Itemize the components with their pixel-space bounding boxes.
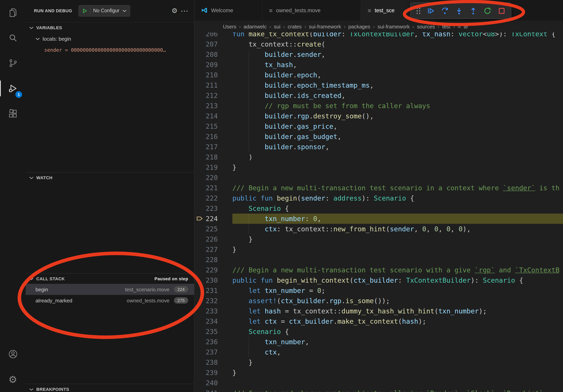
watch-section-label: WATCH: [36, 175, 52, 180]
settings-gear-icon[interactable]: ⚙: [0, 367, 26, 392]
code-line-237[interactable]: 237 ctx,: [194, 347, 563, 357]
debug-config-dropdown[interactable]: No Configur: [78, 5, 130, 16]
breadcrumb-item[interactable]: test: [442, 24, 450, 29]
breadcrumb-item[interactable]: sui-framework: [378, 24, 410, 29]
code-line-230[interactable]: 230public fun begin_with_context(ctx_bui…: [194, 275, 563, 285]
code-line-240[interactable]: 240: [194, 378, 563, 388]
line-number: 223: [194, 203, 232, 214]
code-line-214[interactable]: 214 builder.rgp.destroy_some(),: [194, 111, 563, 121]
code-line-218[interactable]: 218 ): [194, 152, 563, 162]
indent-guide: [249, 347, 249, 357]
extensions-icon[interactable]: [0, 101, 26, 126]
code-line-213[interactable]: 213 // rgp must be set from the caller a…: [194, 101, 563, 111]
code-line-229[interactable]: 229/// Begin a new multi-transaction tes…: [194, 265, 563, 275]
callstack-frame[interactable]: begintest_scenario.move224: [26, 284, 194, 295]
variables-scope-row[interactable]: locals: begin: [26, 33, 194, 45]
line-number-badge: 275: [174, 297, 188, 304]
debug-config-label[interactable]: No Configur: [93, 8, 119, 13]
continue-icon[interactable]: [424, 4, 437, 17]
code-line-219[interactable]: 219}: [194, 162, 563, 172]
step-into-icon[interactable]: [452, 4, 466, 17]
line-number: 221: [194, 183, 232, 193]
tab-welcome[interactable]: Welcome: [194, 0, 262, 21]
code-text: /// Begin a new multi-transaction test s…: [232, 265, 563, 275]
code-line-232[interactable]: 232 assert!(ctx_builder.rgp.is_some());: [194, 296, 563, 306]
breadcrumb-item[interactable]: sui-framework: [309, 24, 341, 29]
breakpoints-section-header[interactable]: BREAKPOINTS: [26, 384, 194, 392]
code-line-215[interactable]: 215 builder.gas_price,: [194, 121, 563, 131]
line-number: 210: [194, 70, 232, 80]
gear-icon[interactable]: ⚙: [172, 7, 178, 15]
tab-owned-tests-move[interactable]: ≡owned_tests.move: [262, 0, 361, 21]
code-text: let txn_number = 0;: [232, 285, 563, 296]
indent-guide: [249, 111, 249, 121]
chevron-down-icon: [29, 26, 34, 29]
code-line-228[interactable]: 228: [194, 255, 563, 265]
source-control-icon[interactable]: [0, 51, 26, 76]
code-line-241[interactable]: 241/// Creates and shares system objects…: [194, 388, 563, 392]
callstack-frame[interactable]: already_markedowned_tests.move275: [26, 295, 194, 306]
code-line-222[interactable]: 222public fun begin(sender: address): Sc…: [194, 193, 563, 203]
code-line-211[interactable]: 211 builder.epoch_timestamp_ms,: [194, 80, 563, 91]
code-line-210[interactable]: 210 builder.epoch,: [194, 70, 563, 80]
chevron-down-icon: [36, 37, 40, 40]
code-line-220[interactable]: 220: [194, 172, 563, 183]
frame-file: test_scenario.move: [125, 287, 169, 292]
restart-icon[interactable]: [481, 4, 494, 17]
code-line-224[interactable]: 224 txn_number: 0,: [194, 214, 563, 224]
code-line-225[interactable]: 225 ctx: tx_context::new_from_hint(sende…: [194, 224, 563, 234]
breakpoints-section: BREAKPOINTS: [26, 384, 194, 392]
breadcrumb-item[interactable]: te: [464, 24, 468, 29]
breadcrumb-item[interactable]: packages: [348, 24, 370, 29]
code-line-234[interactable]: 234 let ctx = ctx_builder.make_tx_contex…: [194, 316, 563, 327]
code-text: assert!(ctx_builder.rgp.is_some());: [232, 296, 563, 306]
code-line-233[interactable]: 233 let hash = tx_context::dummy_tx_hash…: [194, 306, 563, 316]
run-and-debug-icon[interactable]: 1: [0, 76, 26, 101]
code-area[interactable]: 206fun make_tx_context(builder: TxContex…: [194, 32, 563, 392]
code-line-221[interactable]: 221/// Begin a new multi-transaction tes…: [194, 183, 563, 193]
code-line-236[interactable]: 236 txn_number,: [194, 337, 563, 347]
search-icon[interactable]: [0, 25, 26, 51]
breadcrumb-item[interactable]: crates: [288, 24, 302, 29]
breadcrumb-item[interactable]: adamwelc: [244, 24, 267, 29]
code-line-212[interactable]: 212 builder.ids_created,: [194, 91, 563, 101]
variable-row[interactable]: sender = 0000000000000000000000000000000…: [26, 45, 194, 56]
call-stack-section-label: CALL STACK: [36, 276, 65, 281]
tab-label: test_sce: [375, 7, 395, 13]
code-line-223[interactable]: 223 Scenario {: [194, 203, 563, 214]
code-line-206[interactable]: 206fun make_tx_context(builder: TxContex…: [194, 32, 563, 39]
line-number: 208: [194, 49, 232, 60]
line-number: 218: [194, 152, 232, 162]
more-actions-icon[interactable]: ⋯: [181, 6, 189, 15]
tab-label: owned_tests.move: [276, 7, 320, 13]
code-line-207[interactable]: 207 tx_context::create(: [194, 39, 563, 49]
code-line-208[interactable]: 208 builder.sender,: [194, 49, 563, 60]
line-number: 236: [194, 337, 232, 347]
watch-section-header[interactable]: WATCH: [26, 172, 194, 183]
code-line-238[interactable]: 238 }: [194, 357, 563, 367]
call-stack-section: CALL STACK Paused on step begintest_scen…: [26, 273, 194, 306]
code-line-231[interactable]: 231 let txn_number = 0;: [194, 285, 563, 296]
code-line-217[interactable]: 217 builder.sponsor,: [194, 142, 563, 152]
code-text: [232, 172, 563, 183]
code-line-209[interactable]: 209 tx_hash,: [194, 60, 563, 70]
stop-icon[interactable]: [495, 4, 508, 17]
start-debugging-icon[interactable]: [82, 8, 87, 13]
call-stack-section-header[interactable]: CALL STACK Paused on step: [26, 274, 194, 284]
code-text: builder.sender,: [232, 49, 563, 60]
code-line-239[interactable]: 239}: [194, 367, 563, 378]
variables-section-header[interactable]: VARIABLES: [26, 23, 194, 33]
explorer-icon[interactable]: [0, 0, 26, 25]
step-over-icon[interactable]: [438, 4, 451, 17]
line-number: 222: [194, 193, 232, 203]
breadcrumb-item[interactable]: sui: [274, 24, 280, 29]
code-line-235[interactable]: 235 Scenario {: [194, 327, 563, 337]
breadcrumb-item[interactable]: sources: [417, 24, 435, 29]
account-icon[interactable]: [0, 341, 26, 367]
code-line-226[interactable]: 226 }: [194, 234, 563, 244]
code-line-227[interactable]: 227}: [194, 244, 563, 255]
breadcrumb-item[interactable]: Users: [223, 24, 236, 29]
step-out-icon[interactable]: [466, 4, 480, 17]
code-line-216[interactable]: 216 builder.gas_budget,: [194, 131, 563, 142]
drag-grip-icon[interactable]: [413, 4, 423, 17]
